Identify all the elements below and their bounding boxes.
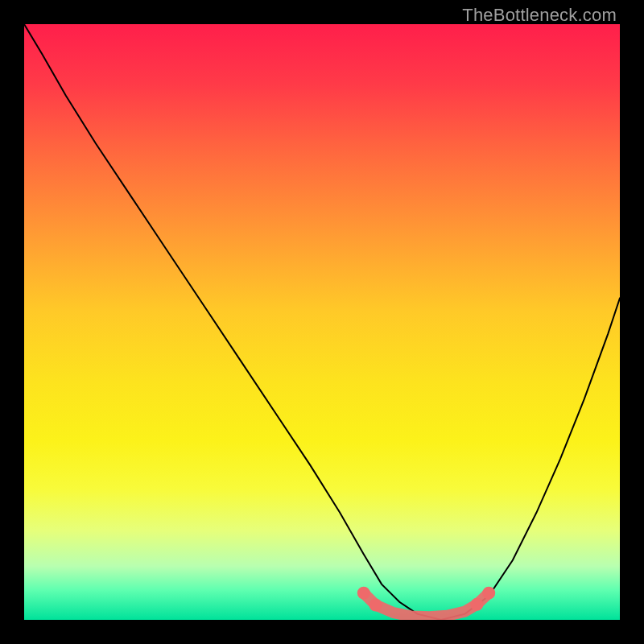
optimal-range-marker-bead <box>369 599 382 612</box>
optimal-range-marker-bead <box>357 587 370 600</box>
bottleneck-curve <box>24 24 620 620</box>
optimal-range-marker-bead <box>482 587 495 600</box>
chart-frame: TheBottleneck.com <box>0 0 644 644</box>
optimal-range-marker <box>364 593 489 617</box>
optimal-range-marker-bead <box>470 598 483 611</box>
watermark-text: TheBottleneck.com <box>462 5 617 26</box>
curves-svg <box>24 24 620 620</box>
plot-area <box>24 24 620 620</box>
